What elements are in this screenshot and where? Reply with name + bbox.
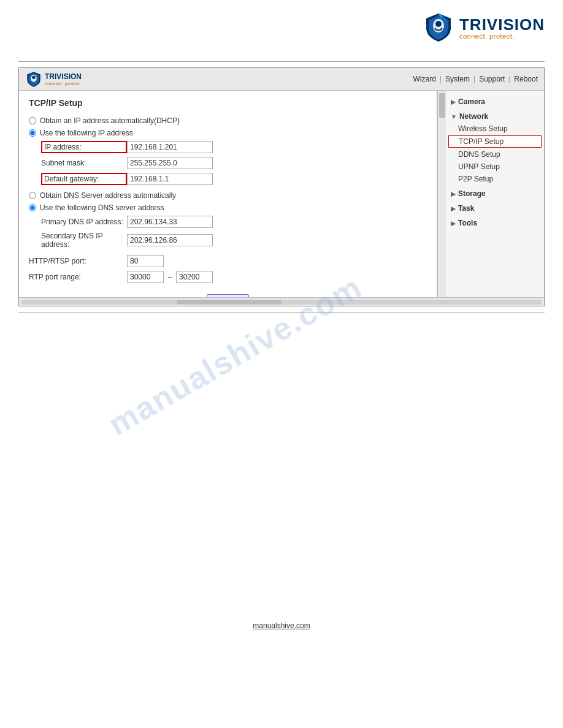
subnet-mask-input[interactable] (127, 157, 213, 169)
sidebar-network-header[interactable]: ▼ Network (446, 110, 544, 123)
static-radio[interactable] (29, 129, 36, 137)
logo-text: TRIVISION connect. protect. (459, 17, 545, 40)
apply-button[interactable]: Apply (207, 294, 248, 297)
logo-icon (423, 11, 454, 45)
camera-arrow-icon: ▶ (451, 99, 456, 105)
sidebar-storage-section: ▶ Storage (446, 188, 544, 200)
port-section: HTTP/RTSP port: RTP port range: -- (29, 255, 427, 283)
top-logo: TRIVISION connect. protect. (423, 11, 545, 45)
svg-point-3 (32, 76, 35, 79)
apply-btn-row: Apply (29, 294, 427, 297)
sidebar-item-upnp[interactable]: UPNP Setup (446, 161, 544, 173)
hscrollbar-thumb (177, 300, 282, 305)
subnet-mask-label: Subnet mask: (41, 159, 127, 167)
ui-logo-icon (25, 70, 42, 88)
sidebar-tools-section: ▶ Tools (446, 217, 544, 229)
static-radio-row: Use the following IP address (29, 129, 427, 137)
sidebar-item-ddns[interactable]: DDNS Setup (446, 148, 544, 161)
secondary-dns-row: Secondary DNS IP address: (41, 232, 427, 249)
primary-dns-label: Primary DNS IP address: (41, 218, 127, 226)
ui-body: TCP/IP Setup Obtain an IP address automa… (19, 91, 544, 297)
hscrollbar-track (21, 300, 542, 305)
sidebar-camera-label: Camera (458, 97, 485, 106)
ip-address-label: IP address: (41, 141, 127, 153)
http-port-label: HTTP/RTSP port: (29, 257, 127, 265)
dhcp-radio-row: Obtain an IP address automatically(DHCP) (29, 116, 427, 125)
ui-brand: TRIVISION connect. protect. (45, 72, 82, 86)
rtp-start-input[interactable] (127, 271, 164, 283)
rtp-range: -- (127, 271, 213, 283)
brand-tagline: connect. protect. (459, 32, 545, 40)
gateway-row: Default gateway: (41, 173, 427, 185)
auto-dns-label: Obtain DNS Server address automatically (40, 191, 176, 200)
ui-topbar: TRIVISION connect. protect. Wizard | Sys… (19, 68, 544, 91)
tools-arrow-icon: ▶ (451, 220, 456, 227)
manual-dns-row: Use the following DNS server address (29, 203, 427, 212)
top-divider (18, 61, 545, 62)
bottom-link[interactable]: manualshive.com (253, 621, 310, 630)
vertical-scrollbar[interactable] (437, 91, 446, 297)
primary-dns-input[interactable] (127, 216, 213, 228)
primary-dns-row: Primary DNS IP address: (41, 216, 427, 228)
bottom-divider (18, 313, 545, 313)
sidebar-item-tcpip[interactable]: TCP/IP Setup (448, 135, 542, 148)
rtp-port-label: RTP port range: (29, 273, 127, 281)
sidebar-task-header[interactable]: ▶ Task (446, 202, 544, 214)
ip-section: Obtain an IP address automatically(DHCP)… (29, 116, 427, 185)
manual-dns-label: Use the following DNS server address (40, 203, 164, 212)
subnet-mask-row: Subnet mask: (41, 157, 427, 169)
page-title: TCP/IP Setup (29, 98, 427, 108)
dhcp-radio[interactable] (29, 117, 36, 124)
rtp-separator: -- (167, 273, 172, 281)
brand-name: TRIVISION (459, 17, 545, 32)
sidebar-storage-label: Storage (458, 189, 486, 198)
svg-point-1 (435, 21, 442, 27)
horizontal-scrollbar[interactable] (19, 297, 544, 306)
secondary-dns-label: Secondary DNS IP address: (41, 232, 127, 249)
ui-container: TRIVISION connect. protect. Wizard | Sys… (18, 67, 545, 306)
sidebar-camera-header[interactable]: ▶ Camera (446, 96, 544, 108)
sidebar-item-p2p[interactable]: P2P Setup (446, 173, 544, 185)
task-arrow-icon: ▶ (451, 205, 456, 212)
dns-section: Obtain DNS Server address automatically … (29, 191, 427, 249)
rtp-port-row: RTP port range: -- (29, 271, 427, 283)
gateway-input[interactable] (127, 173, 213, 185)
rtp-end-input[interactable] (176, 271, 213, 283)
sidebar-storage-header[interactable]: ▶ Storage (446, 188, 544, 200)
dhcp-label: Obtain an IP address automatically(DHCP) (40, 116, 180, 125)
sidebar-camera-section: ▶ Camera (446, 96, 544, 108)
sidebar-task-label: Task (458, 204, 474, 213)
storage-arrow-icon: ▶ (451, 191, 456, 197)
auto-dns-radio[interactable] (29, 192, 36, 199)
sidebar-tools-label: Tools (458, 219, 477, 227)
ui-logo-small: TRIVISION connect. protect. (25, 70, 82, 88)
sidebar-task-section: ▶ Task (446, 202, 544, 214)
http-port-input[interactable] (127, 255, 164, 267)
secondary-dns-input[interactable] (127, 234, 213, 246)
network-arrow-icon: ▼ (451, 113, 457, 120)
http-port-row: HTTP/RTSP port: (29, 255, 427, 267)
nav-reboot[interactable]: Reboot (514, 75, 538, 83)
nav-support[interactable]: Support (479, 75, 505, 83)
auto-dns-row: Obtain DNS Server address automatically (29, 191, 427, 200)
ip-address-row: IP address: (41, 141, 427, 153)
sidebar: ▶ Camera ▼ Network Wireless Setup TCP/IP… (446, 91, 544, 297)
nav-system[interactable]: System (445, 75, 470, 83)
manual-dns-radio[interactable] (29, 204, 36, 211)
sidebar-item-wireless[interactable]: Wireless Setup (446, 123, 544, 135)
scrollbar-thumb (439, 93, 445, 118)
sidebar-network-label: Network (459, 112, 488, 121)
static-label: Use the following IP address (40, 129, 133, 137)
ui-main-panel: TCP/IP Setup Obtain an IP address automa… (19, 91, 437, 297)
gateway-label: Default gateway: (41, 173, 127, 185)
ui-nav: Wizard | System | Support | Reboot (413, 75, 538, 83)
sidebar-network-section: ▼ Network Wireless Setup TCP/IP Setup DD… (446, 110, 544, 185)
nav-wizard[interactable]: Wizard (413, 75, 436, 83)
ip-address-input[interactable] (127, 141, 213, 153)
sidebar-tools-header[interactable]: ▶ Tools (446, 217, 544, 229)
